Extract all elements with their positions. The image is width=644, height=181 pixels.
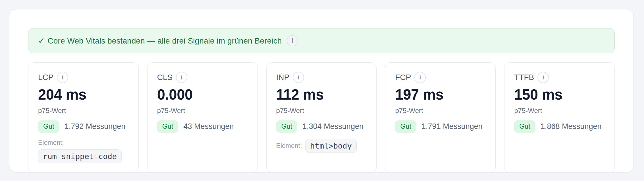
measurements-count: 1.868 Messungen: [541, 122, 602, 131]
info-icon[interactable]: i: [287, 35, 298, 46]
banner-text: Core Web Vitals bestanden — alle drei Si…: [47, 36, 282, 45]
element-label: Element:: [276, 142, 302, 150]
status-badge: Gut: [395, 120, 416, 132]
element-row: Element: rum-snippet-code: [38, 139, 129, 164]
badge-row: Gut 1.868 Messungen: [514, 120, 605, 132]
metric-label: CLS: [157, 73, 173, 82]
metric-card-inp: INP i 112 ms p75-Wert Gut 1.304 Messunge…: [266, 62, 377, 172]
checkmark-icon: ✓: [38, 36, 45, 45]
info-icon[interactable]: i: [176, 72, 187, 83]
info-icon[interactable]: i: [414, 72, 426, 83]
metric-label: LCP: [38, 73, 53, 82]
metric-label: INP: [276, 73, 290, 82]
measurements-count: 1.304 Messungen: [302, 122, 363, 131]
metrics-row: LCP i 204 ms p75-Wert Gut 1.792 Messunge…: [28, 62, 615, 172]
status-badge: Gut: [38, 120, 59, 132]
badge-row: Gut 43 Messungen: [157, 120, 248, 132]
metric-value: 204 ms: [38, 87, 129, 103]
p75-label: p75-Wert: [514, 107, 605, 115]
element-selector-chip: rum-snippet-code: [38, 149, 122, 164]
metric-card-cls: CLS i 0.000 p75-Wert Gut 43 Messungen: [147, 62, 258, 172]
metric-value: 150 ms: [514, 87, 605, 103]
vitals-panel: ✓ Core Web Vitals bestanden — alle drei …: [9, 9, 634, 172]
measurements-count: 43 Messungen: [183, 122, 234, 131]
metric-label: TTFB: [514, 73, 534, 82]
p75-label: p75-Wert: [157, 107, 248, 115]
metric-card-lcp: LCP i 204 ms p75-Wert Gut 1.792 Messunge…: [28, 62, 139, 172]
measurements-count: 1.792 Messungen: [65, 122, 126, 131]
status-badge: Gut: [514, 120, 535, 132]
element-row: Element: html>body: [276, 139, 367, 153]
info-icon[interactable]: i: [293, 72, 304, 83]
p75-label: p75-Wert: [395, 107, 486, 115]
badge-row: Gut 1.791 Messungen: [395, 120, 486, 132]
info-icon[interactable]: i: [537, 72, 549, 83]
badge-row: Gut 1.792 Messungen: [38, 120, 129, 132]
element-label: Element:: [38, 139, 64, 147]
banner-message: ✓ Core Web Vitals bestanden — alle drei …: [38, 36, 282, 46]
status-badge: Gut: [157, 120, 178, 132]
status-banner: ✓ Core Web Vitals bestanden — alle drei …: [28, 28, 615, 53]
metric-card-header: INP i: [276, 72, 367, 83]
metric-value: 0.000: [157, 87, 248, 103]
p75-label: p75-Wert: [38, 107, 129, 115]
measurements-count: 1.791 Messungen: [421, 122, 483, 131]
metric-label: FCP: [395, 73, 411, 82]
metric-card-header: TTFB i: [514, 72, 605, 83]
metric-card-header: FCP i: [395, 72, 486, 83]
metric-card-header: LCP i: [38, 72, 129, 83]
p75-label: p75-Wert: [276, 107, 367, 115]
metric-card-ttfb: TTFB i 150 ms p75-Wert Gut 1.868 Messung…: [504, 62, 615, 172]
metric-value: 197 ms: [395, 87, 486, 103]
element-selector-chip: html>body: [305, 139, 356, 153]
metric-card-fcp: FCP i 197 ms p75-Wert Gut 1.791 Messunge…: [385, 62, 496, 172]
info-icon[interactable]: i: [57, 72, 68, 83]
metric-card-header: CLS i: [157, 72, 248, 83]
metric-value: 112 ms: [276, 87, 367, 103]
badge-row: Gut 1.304 Messungen: [276, 120, 367, 132]
status-badge: Gut: [276, 120, 298, 132]
